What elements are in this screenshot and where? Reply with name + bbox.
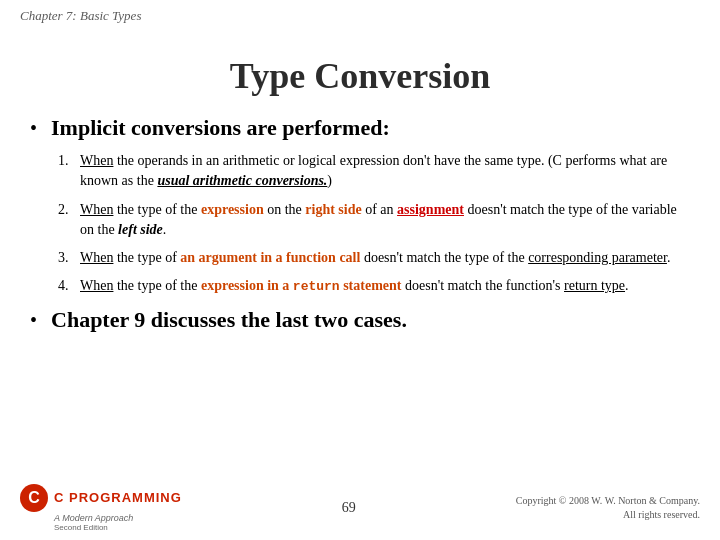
chapter-header: Chapter 7: Basic Types <box>20 8 141 24</box>
list-item: 1. When the operands in an arithmetic or… <box>58 151 690 192</box>
list-num: 1. <box>58 151 80 171</box>
when-text: When <box>80 278 113 293</box>
argument-highlight: an argument in a function call <box>180 250 360 265</box>
return-type-highlight: return type <box>564 278 625 293</box>
page-number: 69 <box>182 500 516 516</box>
logo-area: C C Programming A Modern Approach Second… <box>20 484 182 532</box>
list-num: 3. <box>58 248 80 268</box>
usual-arithmetic: usual arithmetic conversions. <box>157 173 327 188</box>
logo-title: C Programming <box>54 491 182 505</box>
param-highlight: corresponding parameter <box>528 250 667 265</box>
logo-c: C C Programming <box>20 484 182 512</box>
list-text: When the type of the expression in a ret… <box>80 276 690 297</box>
page-title: Type Conversion <box>0 55 720 97</box>
left-side-highlight: left side <box>118 222 163 237</box>
list-item: 4. When the type of the expression in a … <box>58 276 690 297</box>
logo-circle: C <box>20 484 48 512</box>
return-expr-highlight: expression in a return statement <box>201 278 402 293</box>
list-text: When the type of the expression on the r… <box>80 200 690 241</box>
content-area: • Implicit conversions are performed: 1.… <box>0 115 720 333</box>
when-text: When <box>80 250 113 265</box>
right-side-highlight: right side <box>305 202 361 217</box>
bullet-text-2: Chapter 9 discusses the last two cases. <box>51 307 407 333</box>
bullet-symbol: • <box>30 309 37 332</box>
assignment-highlight: assignment <box>397 202 464 217</box>
list-item: 2. When the type of the expression on th… <box>58 200 690 241</box>
list-num: 4. <box>58 276 80 296</box>
bullet-item-2: • Chapter 9 discusses the last two cases… <box>30 307 690 333</box>
list-text: When the type of an argument in a functi… <box>80 248 690 268</box>
list-item: 3. When the type of an argument in a fun… <box>58 248 690 268</box>
expression-highlight: expression <box>201 202 264 217</box>
bullet-item-1: • Implicit conversions are performed: <box>30 115 690 141</box>
footer: C C Programming A Modern Approach Second… <box>0 484 720 532</box>
numbered-list: 1. When the operands in an arithmetic or… <box>58 151 690 297</box>
logo-subtitle: A Modern Approach <box>54 513 133 523</box>
list-num: 2. <box>58 200 80 220</box>
when-text: When <box>80 202 113 217</box>
bullet-symbol: • <box>30 117 37 140</box>
list-text: When the operands in an arithmetic or lo… <box>80 151 690 192</box>
logo-edition: Second Edition <box>54 523 108 532</box>
when-text: When <box>80 153 113 168</box>
bullet-text-1: Implicit conversions are performed: <box>51 115 390 141</box>
copyright-text: Copyright © 2008 W. W. Norton & Company.… <box>516 494 700 522</box>
